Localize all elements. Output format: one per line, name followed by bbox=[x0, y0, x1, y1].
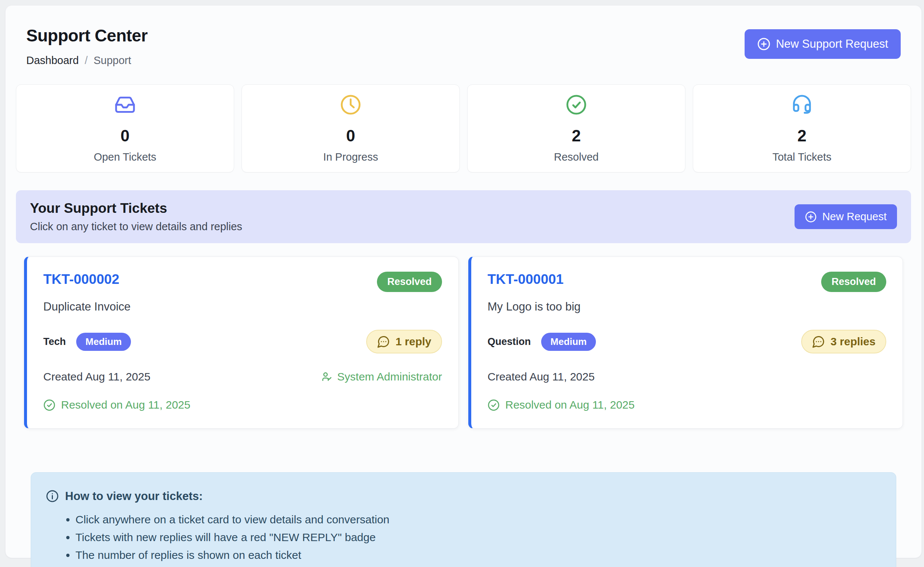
ticket-subject: Duplicate Invoice bbox=[43, 300, 442, 313]
tickets-section-heading: Your Support Tickets Click on any ticket… bbox=[30, 201, 242, 233]
tickets-section-banner: Your Support Tickets Click on any ticket… bbox=[16, 190, 911, 243]
ticket-top-row: TKT-000002 Resolved bbox=[43, 272, 442, 292]
ticket-category: Tech bbox=[43, 336, 66, 347]
page-title: Support Center bbox=[26, 26, 148, 45]
ticket-subject: My Logo is too big bbox=[488, 300, 886, 313]
info-bullet: Tickets with new replies will have a red… bbox=[75, 531, 881, 544]
new-support-request-label: New Support Request bbox=[776, 38, 888, 51]
breadcrumb: Dashboard / Support bbox=[26, 54, 148, 67]
ticket-category: Question bbox=[488, 336, 531, 347]
clock-icon bbox=[340, 94, 362, 116]
ticket-tags: Question Medium bbox=[488, 333, 596, 351]
headset-icon bbox=[791, 94, 813, 116]
stat-value-resolved: 2 bbox=[572, 126, 581, 145]
page-header: Support Center Dashboard / Support New S… bbox=[26, 26, 901, 67]
ticket-tags: Tech Medium bbox=[43, 333, 131, 351]
page-heading: Support Center Dashboard / Support bbox=[26, 26, 148, 67]
ticket-created-date: Created Aug 11, 2025 bbox=[43, 370, 150, 383]
priority-badge: Medium bbox=[541, 333, 596, 351]
ticket-meta-row: Tech Medium 1 reply bbox=[43, 330, 442, 353]
ticket-dates-row: Created Aug 11, 2025 System Administrato… bbox=[43, 370, 442, 383]
ticket-dates-row: Created Aug 11, 2025 bbox=[488, 370, 886, 383]
check-circle-icon bbox=[566, 94, 587, 116]
stat-card-open-tickets: 0 Open Tickets bbox=[16, 84, 234, 173]
stat-label-in-progress: In Progress bbox=[323, 151, 378, 163]
tickets-section-title: Your Support Tickets bbox=[30, 201, 242, 216]
status-badge: Resolved bbox=[821, 272, 886, 292]
ticket-card-tkt-000002[interactable]: TKT-000002 Resolved Duplicate Invoice Te… bbox=[24, 257, 459, 429]
reply-count-label: 3 replies bbox=[830, 335, 876, 348]
plus-circle-icon bbox=[805, 211, 817, 223]
ticket-resolved-label: Resolved on Aug 11, 2025 bbox=[61, 399, 190, 411]
how-to-info-box: How to view your tickets: Click anywhere… bbox=[31, 472, 896, 567]
stat-value-total: 2 bbox=[798, 126, 806, 145]
check-circle-icon bbox=[488, 399, 500, 411]
stat-card-total-tickets: 2 Total Tickets bbox=[693, 84, 911, 173]
priority-badge: Medium bbox=[76, 333, 131, 351]
support-center-page: Support Center Dashboard / Support New S… bbox=[5, 5, 922, 558]
new-request-button[interactable]: New Request bbox=[795, 204, 897, 229]
ticket-top-row: TKT-000001 Resolved bbox=[488, 272, 886, 292]
info-title: How to view your tickets: bbox=[65, 490, 203, 503]
info-bullet: The number of replies is shown on each t… bbox=[75, 549, 881, 561]
tickets-grid: TKT-000002 Resolved Duplicate Invoice Te… bbox=[24, 257, 903, 429]
ticket-id[interactable]: TKT-000001 bbox=[488, 272, 564, 287]
breadcrumb-support: Support bbox=[94, 54, 131, 67]
ticket-card-tkt-000001[interactable]: TKT-000001 Resolved My Logo is too big Q… bbox=[468, 257, 903, 429]
reply-count-badge: 3 replies bbox=[801, 330, 886, 353]
info-icon bbox=[46, 490, 59, 502]
stats-row: 0 Open Tickets 0 In Progress 2 Resolved … bbox=[16, 84, 911, 173]
info-bullet-list: Click anywhere on a ticket card to view … bbox=[46, 513, 881, 561]
ticket-resolved-row: Resolved on Aug 11, 2025 bbox=[488, 399, 635, 411]
status-badge: Resolved bbox=[377, 272, 442, 292]
stat-value-open: 0 bbox=[121, 126, 129, 145]
plus-circle-icon bbox=[757, 38, 771, 51]
stat-card-resolved: 2 Resolved bbox=[467, 84, 686, 173]
ticket-resolved-label: Resolved on Aug 11, 2025 bbox=[505, 399, 635, 411]
ticket-id[interactable]: TKT-000002 bbox=[43, 272, 120, 287]
inbox-icon bbox=[114, 94, 136, 116]
stat-label-open: Open Tickets bbox=[94, 151, 156, 163]
check-circle-icon bbox=[43, 399, 56, 411]
breadcrumb-separator: / bbox=[85, 54, 88, 67]
ticket-created-date: Created Aug 11, 2025 bbox=[488, 370, 595, 383]
ticket-meta-row: Question Medium 3 replies bbox=[488, 330, 886, 353]
breadcrumb-dashboard[interactable]: Dashboard bbox=[26, 54, 79, 67]
ticket-resolved-row: Resolved on Aug 11, 2025 bbox=[43, 399, 190, 411]
ticket-assignee: System Administrator bbox=[321, 370, 442, 383]
new-support-request-button[interactable]: New Support Request bbox=[745, 29, 901, 59]
info-title-row: How to view your tickets: bbox=[46, 490, 881, 503]
ticket-assignee-label: System Administrator bbox=[338, 370, 442, 383]
new-request-label: New Request bbox=[822, 211, 886, 223]
reply-count-badge: 1 reply bbox=[366, 330, 442, 353]
message-dots-icon bbox=[377, 335, 390, 348]
info-bullet: Click anywhere on a ticket card to view … bbox=[75, 513, 881, 526]
user-check-icon bbox=[321, 371, 333, 383]
stat-value-in-progress: 0 bbox=[346, 126, 355, 145]
stat-label-total: Total Tickets bbox=[772, 151, 831, 163]
reply-count-label: 1 reply bbox=[395, 335, 431, 348]
stat-label-resolved: Resolved bbox=[554, 151, 599, 163]
stat-card-in-progress: 0 In Progress bbox=[242, 84, 460, 173]
message-dots-icon bbox=[812, 335, 825, 348]
tickets-section-subtitle: Click on any ticket to view details and … bbox=[30, 221, 242, 233]
